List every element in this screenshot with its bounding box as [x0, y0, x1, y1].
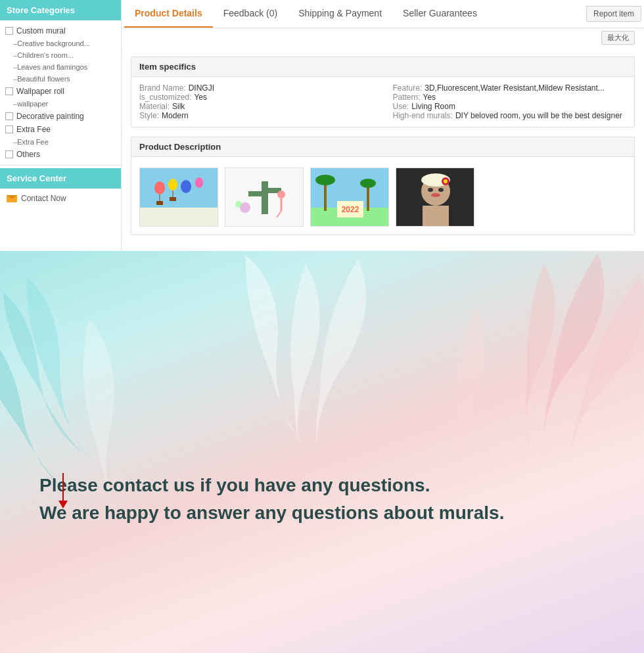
product-image-3: 2022 [310, 168, 389, 227]
sidebar-item-decorative-painting[interactable]: Decorative painting [0, 110, 121, 123]
service-center-title: Service Center [0, 168, 121, 189]
content-body: Item specifics Brand Name: DINGJI is_cus… [122, 50, 644, 251]
annotation-arrow-line [62, 473, 64, 503]
svg-rect-12 [248, 191, 262, 196]
service-center-section: Service Center Contact Now [0, 168, 121, 208]
svg-point-3 [168, 179, 177, 191]
store-categories-title: Store Categories [0, 0, 121, 20]
sidebar-item-beautiful-flowers[interactable]: Beautiful flowers [0, 73, 121, 85]
svg-point-4 [181, 180, 191, 193]
expand-icon [5, 150, 13, 158]
spec-high-end-murals: High-end murals: DIY beloved room, you w… [393, 111, 627, 120]
sidebar-item-others[interactable]: Others [0, 148, 121, 161]
svg-point-34 [444, 179, 448, 183]
expand-icon [5, 87, 13, 95]
svg-point-5 [195, 177, 203, 188]
sidebar-item-custom-mural[interactable]: Custom mural [0, 24, 121, 37]
sidebar-item-childrens-room[interactable]: Children's room... [0, 49, 121, 61]
svg-rect-9 [170, 197, 176, 201]
svg-rect-35 [423, 206, 449, 227]
product-image-4 [396, 168, 474, 227]
envelope-icon [7, 195, 17, 202]
report-item-button[interactable]: Report item [586, 6, 641, 22]
spec-brand-name: Brand Name: DINGJI [139, 83, 373, 93]
svg-rect-1 [140, 208, 218, 227]
specifics-grid: Brand Name: DINGJI is_customized: Yes Ma… [131, 77, 634, 127]
sidebar-item-extra-fee-child[interactable]: Extra Fee [0, 136, 121, 148]
item-specifics-box: Item specifics Brand Name: DINGJI is_cus… [131, 56, 635, 127]
expand-icon [5, 125, 13, 133]
svg-text:2022: 2022 [342, 205, 359, 214]
tab-feedback[interactable]: Feedback (0) [213, 0, 288, 28]
spec-feature: Feature: 3D,Fluorescent,Water Resistant,… [393, 83, 627, 93]
contact-now-button[interactable]: Contact Now [0, 189, 121, 208]
tab-product-details[interactable]: Product Details [124, 0, 213, 28]
svg-point-2 [154, 181, 165, 194]
annotation-arrow-head [58, 501, 68, 508]
sidebar-categories: Custom mural Creative background... Chil… [0, 20, 121, 166]
svg-rect-21 [324, 181, 327, 211]
svg-rect-11 [262, 181, 268, 214]
spec-style: Style: Modern [139, 111, 373, 120]
product-description-box: Product Description [131, 137, 635, 235]
contact-message: Please contact us if you have any questi… [39, 472, 504, 527]
feather-background-section: Please contact us if you have any questi… [0, 251, 644, 653]
svg-point-31 [438, 188, 444, 192]
product-image-1 [139, 168, 218, 227]
product-description-images: 2022 [131, 157, 634, 235]
svg-point-30 [428, 188, 433, 192]
sidebar-item-creative-bg[interactable]: Creative background... [0, 37, 121, 49]
item-specifics-header: Item specifics [131, 57, 634, 77]
spec-use: Use: Living Room [393, 102, 627, 111]
tabs-right-actions: Report item [586, 6, 641, 22]
sidebar: Store Categories Custom mural Creative b… [0, 0, 122, 251]
spec-left-col: Brand Name: DINGJI is_customized: Yes Ma… [139, 83, 373, 120]
tabs-bar: Product Details Feedback (0) Shipping & … [122, 0, 644, 28]
svg-point-24 [360, 179, 376, 188]
svg-point-22 [315, 175, 335, 185]
tab-seller-guarantees[interactable]: Seller Guarantees [392, 0, 488, 28]
svg-point-18 [235, 201, 242, 208]
sidebar-item-extra-fee[interactable]: Extra Fee [0, 123, 121, 136]
sidebar-item-wallpaper-roll[interactable]: Wallpaper roll [0, 85, 121, 98]
spec-material: Material: Silk [139, 102, 373, 111]
product-image-2 [225, 168, 304, 227]
maximize-button[interactable]: 最大化 [601, 31, 635, 45]
expand-icon [5, 112, 13, 120]
spec-pattern: Pattern: Yes [393, 93, 627, 102]
svg-point-14 [277, 191, 285, 198]
content-area: Product Details Feedback (0) Shipping & … [122, 0, 644, 251]
spec-right-col: Feature: 3D,Fluorescent,Water Resistant,… [393, 83, 627, 120]
sidebar-item-wallpaper[interactable]: wallpaper [0, 98, 121, 110]
svg-rect-23 [367, 185, 369, 211]
svg-rect-8 [156, 201, 163, 205]
sidebar-item-leaves-flamingos[interactable]: Leaves and flamingos [0, 61, 121, 73]
spec-is-customized: is_customized: Yes [139, 93, 373, 102]
product-description-header: Product Description [131, 137, 634, 157]
expand-icon [5, 27, 13, 35]
tab-shipping-payment[interactable]: Shipping & Payment [288, 0, 392, 28]
svg-point-32 [431, 193, 440, 197]
